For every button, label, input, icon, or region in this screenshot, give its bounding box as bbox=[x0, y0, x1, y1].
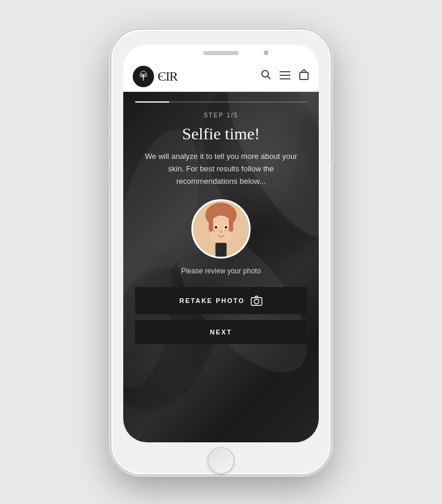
face-preview bbox=[193, 201, 249, 257]
svg-point-28 bbox=[226, 227, 227, 228]
svg-rect-22 bbox=[229, 218, 233, 232]
front-camera-dot bbox=[264, 50, 268, 55]
svg-rect-21 bbox=[209, 218, 213, 232]
home-button[interactable] bbox=[207, 447, 235, 474]
next-button[interactable]: NEXT bbox=[135, 320, 307, 344]
progress-bar-fill bbox=[135, 101, 169, 103]
svg-point-34 bbox=[219, 231, 223, 233]
retake-label: RETAKE PHOTO bbox=[180, 297, 245, 304]
subtext: We will analyze it to tell you more abou… bbox=[135, 151, 307, 187]
camera-icon bbox=[251, 295, 262, 306]
svg-point-31 bbox=[224, 230, 225, 231]
photo-preview-circle bbox=[191, 199, 251, 259]
logo-tree-icon bbox=[137, 70, 150, 83]
retake-photo-button[interactable]: RETAKE PHOTO bbox=[135, 287, 307, 314]
next-label: NEXT bbox=[210, 328, 232, 336]
svg-point-30 bbox=[217, 230, 218, 231]
svg-point-27 bbox=[216, 227, 217, 228]
logo-circle bbox=[133, 66, 154, 87]
main-content: STEP 1/5 Selfie time! We will analyze it… bbox=[123, 92, 319, 442]
phone-frame: ЄІR bbox=[111, 30, 331, 474]
navbar: ЄІR bbox=[123, 61, 319, 92]
logo-area: ЄІR bbox=[133, 66, 178, 87]
speaker-grille bbox=[203, 51, 239, 55]
headline: Selfie time! bbox=[182, 125, 260, 143]
search-icon[interactable] bbox=[261, 69, 271, 83]
svg-rect-35 bbox=[216, 243, 227, 257]
nav-icons-group bbox=[261, 69, 309, 84]
svg-rect-13 bbox=[300, 72, 308, 79]
phone-screen: ЄІR bbox=[123, 44, 319, 442]
svg-line-9 bbox=[268, 76, 271, 79]
svg-point-29 bbox=[214, 231, 215, 232]
svg-point-32 bbox=[227, 231, 228, 232]
review-text: Please review your photo bbox=[181, 267, 261, 275]
svg-point-37 bbox=[254, 299, 259, 304]
brand-name: ЄІR bbox=[158, 69, 178, 84]
progress-bar-container bbox=[135, 101, 307, 103]
content-overlay: STEP 1/5 Selfie time! We will analyze it… bbox=[123, 92, 319, 442]
cart-icon[interactable] bbox=[299, 69, 309, 84]
step-label: STEP 1/5 bbox=[204, 112, 239, 119]
menu-icon[interactable] bbox=[280, 70, 290, 82]
phone-top-bar bbox=[123, 44, 319, 61]
